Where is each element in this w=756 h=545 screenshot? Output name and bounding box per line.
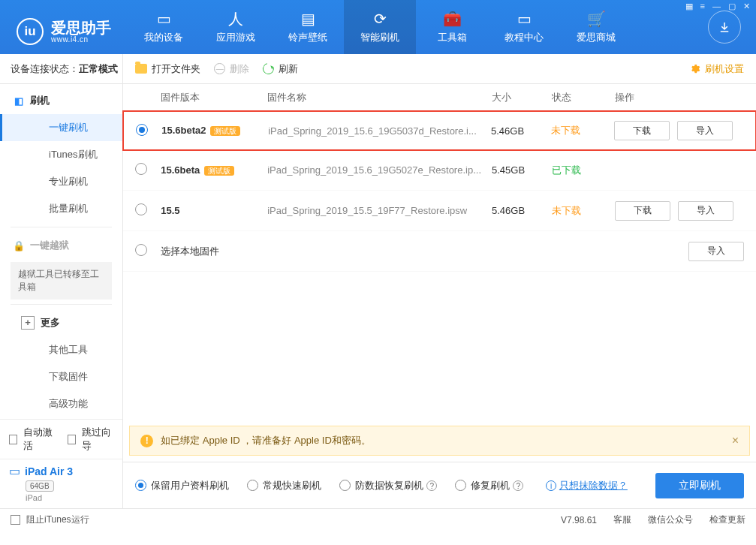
sidebar: 设备连接状态： 正常模式 ◧ 刷机 一键刷机 iTunes刷机 专业刷机 批量刷…: [0, 54, 123, 508]
table-row[interactable]: 选择本地固件导入: [123, 231, 756, 272]
option-radio[interactable]: [455, 480, 466, 491]
nav: ▭我的设备 人应用游戏 ▤铃声壁纸 ⟳智能刷机 🧰工具箱 ▭教程中心 🛒爱思商城: [128, 0, 693, 54]
delete-button[interactable]: —删除: [214, 62, 249, 76]
warn-icon: !: [140, 435, 153, 447]
info-close-icon[interactable]: ×: [732, 434, 739, 447]
phone-icon: ▭: [157, 10, 171, 28]
toolbar: 打开文件夹 —删除 刷新 刷机设置: [123, 54, 756, 84]
jailbreak-note: 越狱工具已转移至工具箱: [11, 262, 112, 300]
nav-my-device[interactable]: ▭我的设备: [128, 0, 200, 54]
flash-icon: ◧: [11, 95, 27, 107]
minimize-icon[interactable]: —: [712, 2, 721, 12]
info-text: 如已绑定 Apple ID ，请准备好 Apple ID和密码。: [161, 434, 371, 447]
brand-url: www.i4.cn: [51, 35, 111, 44]
option-radio[interactable]: [339, 480, 351, 491]
option-radio[interactable]: [135, 480, 146, 491]
tablet-icon: ▭: [9, 464, 20, 478]
nav-toolbox[interactable]: 🧰工具箱: [416, 0, 488, 54]
grid-icon[interactable]: ▦: [685, 2, 693, 12]
table-row[interactable]: 15.6beta测试版iPad_Spring_2019_15.6_19G5027…: [123, 150, 756, 191]
sidebar-item-pro[interactable]: 专业刷机: [0, 168, 122, 195]
sidebar-more[interactable]: + 更多: [0, 309, 122, 336]
nav-apps[interactable]: 人应用游戏: [200, 0, 272, 54]
import-button[interactable]: 导入: [678, 201, 733, 221]
close-icon[interactable]: ✕: [743, 2, 750, 12]
sidebar-group-flash[interactable]: ◧ 刷机: [0, 87, 122, 114]
option-radio[interactable]: [247, 480, 258, 491]
download-button[interactable]: 下载: [614, 121, 670, 140]
nav-flash[interactable]: ⟳智能刷机: [344, 0, 416, 54]
lock-icon: 🔒: [11, 240, 27, 251]
table-header: 固件版本 固件名称 大小 状态 操作: [123, 84, 756, 111]
refresh-button[interactable]: 刷新: [263, 62, 298, 76]
brand: 爱思助手: [51, 20, 111, 35]
nav-tutorials[interactable]: ▭教程中心: [488, 0, 560, 54]
row-radio[interactable]: [135, 163, 147, 175]
sidebar-group-jailbreak: 🔒 一键越狱: [0, 232, 122, 259]
folder-icon: [135, 64, 147, 74]
sidebar-item-itunes[interactable]: iTunes刷机: [0, 141, 122, 168]
help-icon[interactable]: ?: [513, 480, 523, 491]
sidebar-item-oneclick[interactable]: 一键刷机: [0, 114, 122, 141]
option-bar: 保留用户资料刷机常规快速刷机防数据恢复刷机?修复刷机? i 只想抹除数据？ 立即…: [123, 462, 756, 508]
connection-status: 设备连接状态： 正常模式: [0, 54, 122, 84]
book-icon: ▭: [517, 10, 532, 28]
info-bar: ! 如已绑定 Apple ID ，请准备好 Apple ID和密码。 ×: [129, 426, 750, 456]
downloads-icon[interactable]: [708, 11, 741, 44]
nav-store[interactable]: 🛒爱思商城: [560, 0, 632, 54]
logo-icon: iu: [17, 18, 44, 45]
delete-icon: —: [214, 63, 225, 74]
version-label: V7.98.61: [561, 515, 597, 525]
content: 打开文件夹 —删除 刷新 刷机设置 固件版本 固件名称 大小 状态 操作 15.…: [123, 54, 756, 508]
beta-badge: 测试版: [204, 166, 234, 176]
plus-icon: +: [21, 316, 35, 330]
sidebar-item-othertools[interactable]: 其他工具: [0, 336, 122, 363]
maximize-icon[interactable]: ▢: [728, 2, 736, 12]
flash-option[interactable]: 常规快速刷机: [247, 479, 321, 492]
flash-now-button[interactable]: 立即刷机: [655, 473, 744, 498]
storage-badge: 64GB: [26, 480, 54, 492]
window-controls: ▦ ≡ — ▢ ✕: [679, 0, 756, 14]
import-button[interactable]: 导入: [688, 242, 744, 261]
sidebar-item-batch[interactable]: 批量刷机: [0, 195, 122, 222]
row-radio[interactable]: [136, 124, 148, 136]
skip-guide-checkbox[interactable]: [68, 435, 76, 444]
header: iu 爱思助手 www.i4.cn ▭我的设备 人应用游戏 ▤铃声壁纸 ⟳智能刷…: [0, 0, 756, 54]
sidebar-item-download-fw[interactable]: 下载固件: [0, 363, 122, 390]
wechat-link[interactable]: 微信公众号: [648, 513, 693, 526]
table-row[interactable]: 15.5iPad_Spring_2019_15.5_19F77_Restore.…: [123, 191, 756, 231]
flash-option[interactable]: 修复刷机?: [455, 479, 523, 492]
download-button[interactable]: 下载: [615, 201, 670, 221]
import-button[interactable]: 导入: [677, 121, 733, 140]
toolbox-icon: 🧰: [443, 10, 462, 28]
flash-settings-button[interactable]: 刷机设置: [689, 62, 744, 76]
flash-option[interactable]: 防数据恢复刷机?: [339, 479, 437, 492]
reload-icon: [261, 61, 276, 76]
sidebar-item-advanced[interactable]: 高级功能: [0, 390, 122, 417]
open-folder-button[interactable]: 打开文件夹: [135, 62, 200, 76]
flash-option[interactable]: 保留用户资料刷机: [135, 479, 229, 492]
device-type: iPad: [26, 493, 113, 502]
row-radio[interactable]: [135, 244, 147, 256]
update-link[interactable]: 检查更新: [709, 513, 745, 526]
info-icon[interactable]: i: [546, 480, 556, 491]
row-radio[interactable]: [135, 203, 147, 215]
apps-icon: 人: [228, 10, 243, 28]
block-itunes-checkbox[interactable]: [11, 515, 20, 525]
cart-icon: 🛒: [587, 10, 606, 28]
gear-icon: [689, 63, 700, 74]
logo-wrap: iu 爱思助手 www.i4.cn: [0, 18, 128, 54]
help-icon[interactable]: ?: [426, 480, 437, 491]
nav-ringtone[interactable]: ▤铃声壁纸: [272, 0, 344, 54]
device-box[interactable]: ▭ iPad Air 3 64GB iPad: [0, 459, 122, 508]
table-row[interactable]: 15.6beta2测试版iPad_Spring_2019_15.6_19G503…: [122, 110, 756, 151]
erase-link[interactable]: 只想抹除数据？: [559, 480, 628, 491]
service-link[interactable]: 客服: [613, 513, 631, 526]
refresh-icon: ⟳: [374, 10, 387, 28]
music-icon: ▤: [301, 10, 315, 28]
beta-badge: 测试版: [210, 126, 240, 136]
menu-icon[interactable]: ≡: [700, 2, 705, 12]
footer: 阻止iTunes运行 V7.98.61 客服 微信公众号 检查更新: [0, 508, 756, 531]
auto-activate-checkbox[interactable]: [9, 435, 17, 444]
